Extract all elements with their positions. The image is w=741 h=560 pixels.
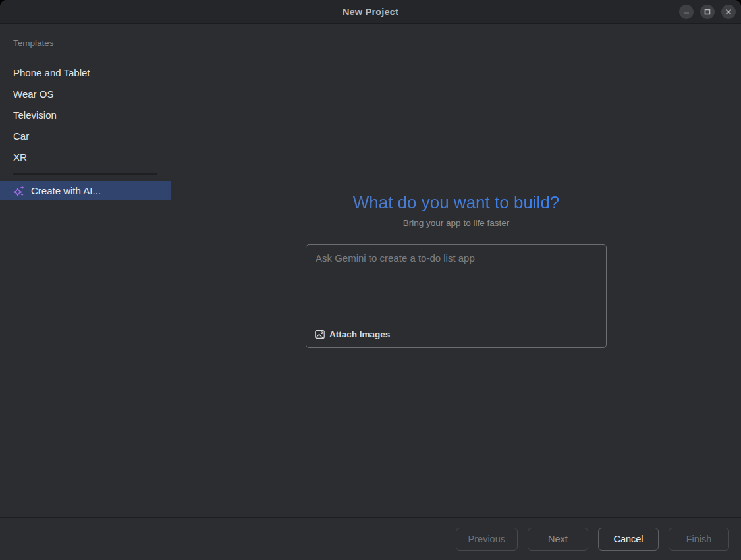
finish-button[interactable]: Finish — [669, 528, 729, 551]
minimize-icon — [683, 9, 690, 15]
cancel-button[interactable]: Cancel — [598, 528, 659, 551]
templates-sidebar: Templates Phone and Tablet Wear OS Telev… — [0, 24, 171, 517]
sidebar-item-phone-and-tablet[interactable]: Phone and Tablet — [0, 62, 171, 83]
previous-button[interactable]: Previous — [456, 528, 518, 551]
close-icon — [725, 9, 732, 15]
minimize-button[interactable] — [679, 5, 694, 19]
gemini-prompt-box: Attach Images — [306, 244, 607, 348]
window-controls — [679, 0, 736, 24]
page-subtitle: Bring your app to life faster — [403, 217, 509, 229]
dialog-body: Templates Phone and Tablet Wear OS Telev… — [0, 24, 741, 517]
main-panel: What do you want to build? Bring your ap… — [171, 24, 741, 517]
next-button[interactable]: Next — [528, 528, 588, 551]
attach-images-button[interactable]: Attach Images — [312, 327, 393, 342]
templates-section-label: Templates — [0, 38, 171, 48]
sidebar-item-create-with-ai[interactable]: Create with AI... — [0, 181, 171, 200]
sidebar-item-wear-os[interactable]: Wear OS — [0, 83, 171, 104]
window-title: New Project — [343, 7, 398, 17]
sidebar-item-car[interactable]: Car — [0, 125, 171, 146]
page-title: What do you want to build? — [353, 192, 560, 213]
titlebar: New Project — [0, 0, 741, 24]
image-icon — [315, 329, 325, 339]
attach-images-label: Attach Images — [329, 329, 390, 339]
gemini-prompt-input[interactable] — [306, 245, 606, 327]
gemini-sparkle-icon — [13, 185, 25, 197]
sidebar-item-xr[interactable]: XR — [0, 146, 171, 167]
footer-bar: Previous Next Cancel Finish — [0, 517, 741, 560]
close-button[interactable] — [721, 5, 736, 19]
sidebar-item-television[interactable]: Television — [0, 104, 171, 125]
new-project-dialog: New Project Templates Phone — [0, 0, 741, 560]
maximize-icon — [704, 9, 711, 15]
create-with-ai-label: Create with AI... — [31, 185, 101, 196]
maximize-button[interactable] — [700, 5, 715, 19]
sidebar-separator — [13, 173, 157, 175]
